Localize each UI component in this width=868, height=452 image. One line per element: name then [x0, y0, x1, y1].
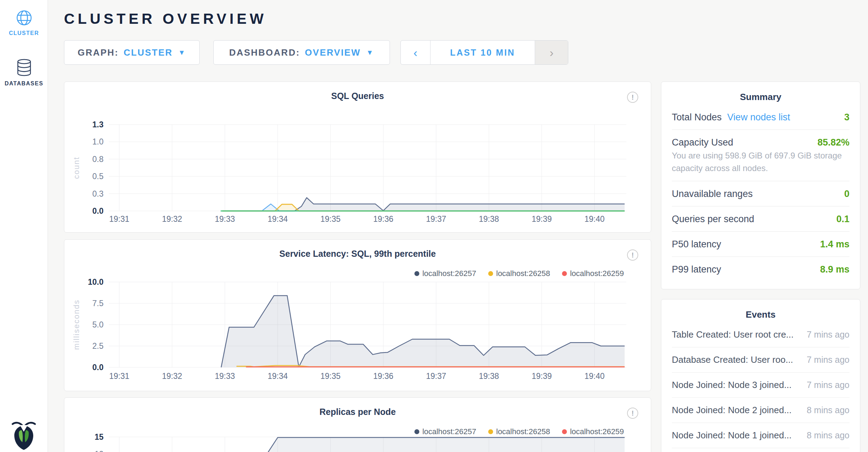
summary-row-label: P99 latency: [672, 264, 721, 275]
svg-text:19:35: 19:35: [320, 214, 341, 224]
capacity-subtext: You are using 598.9 GiB of 697.9 GiB sto…: [672, 149, 849, 181]
svg-text:15: 15: [94, 432, 104, 442]
legend-item[interactable]: localhost:26257: [414, 269, 476, 278]
legend-item[interactable]: localhost:26259: [562, 427, 624, 436]
svg-text:10.0: 10.0: [88, 277, 104, 287]
cluster-overview-page: { "sidebar": { "items": [ { "label": "CL…: [0, 0, 868, 452]
chart-legend: localhost:26257localhost:26258localhost:…: [414, 269, 624, 278]
time-range-selector: ‹ LAST 10 MIN ›: [400, 40, 568, 65]
event-row[interactable]: Database Created: User roo...7 mins ago: [672, 347, 849, 373]
info-icon[interactable]: !: [627, 408, 638, 419]
chevron-down-icon: ▼: [367, 49, 374, 57]
svg-text:19:40: 19:40: [584, 214, 605, 224]
legend-label: localhost:26257: [422, 269, 476, 278]
summary-row-value: 0.1: [836, 214, 849, 225]
event-row[interactable]: Node Joined: Node 2 joined...8 mins ago: [672, 398, 849, 423]
legend-item[interactable]: localhost:26257: [414, 427, 476, 436]
graph-dropdown[interactable]: GRAPH: CLUSTER ▼: [64, 40, 200, 65]
summary-row-label: Queries per second: [672, 214, 754, 225]
legend-dot-icon: [488, 429, 493, 434]
chart-title: Replicas per Node: [64, 407, 651, 417]
legend-label: localhost:26259: [570, 427, 624, 436]
svg-text:count: count: [72, 157, 81, 179]
page-title: CLUSTER OVERVIEW: [64, 10, 267, 27]
summary-row: Total NodesView nodes list3: [672, 105, 849, 130]
chart-title: Service Latency: SQL, 99th percentile: [64, 249, 651, 259]
event-text: Node Joined: Node 3 joined...: [672, 380, 792, 390]
svg-text:19:36: 19:36: [373, 214, 393, 224]
view-nodes-list-link[interactable]: View nodes list: [727, 112, 790, 123]
summary-rows: Total NodesView nodes list3Capacity Used…: [661, 103, 860, 282]
svg-text:19:39: 19:39: [532, 214, 552, 224]
service-latency-chart: 10.07.55.02.50.019:3119:3219:3319:3419:3…: [64, 240, 652, 391]
summary-row-value: 0: [844, 189, 849, 199]
svg-text:0.3: 0.3: [92, 189, 104, 198]
event-time: 8 mins ago: [807, 405, 849, 415]
legend-dot-icon: [488, 271, 493, 276]
time-range-label[interactable]: LAST 10 MIN: [431, 41, 535, 64]
events-title: Events: [661, 299, 860, 320]
chart-title: SQL Queries: [64, 91, 651, 101]
svg-text:0.5: 0.5: [92, 172, 104, 181]
svg-text:19:37: 19:37: [426, 214, 446, 224]
event-text: Table Created: User root cre...: [672, 329, 794, 340]
summary-row: Unavailable ranges0: [672, 181, 849, 206]
dashboard-dropdown[interactable]: DASHBOARD: OVERVIEW ▼: [213, 40, 390, 65]
summary-title: Summary: [661, 82, 860, 103]
svg-text:19:31: 19:31: [109, 372, 129, 381]
event-time: 7 mins ago: [807, 330, 849, 340]
svg-text:19:40: 19:40: [584, 372, 605, 381]
events-rows: Table Created: User root cre...7 mins ag…: [661, 320, 860, 448]
legend-label: localhost:26257: [422, 427, 476, 436]
summary-row-value: 85.82%: [817, 137, 849, 148]
svg-text:0.0: 0.0: [92, 206, 104, 216]
event-text: Node Joined: Node 1 joined...: [672, 430, 792, 441]
info-icon[interactable]: !: [627, 92, 638, 103]
sql-queries-chart-panel: 1.31.00.80.50.30.019:3119:3219:3319:3419…: [64, 82, 651, 233]
time-range-next-button[interactable]: ›: [535, 41, 568, 64]
sidebar-item-databases[interactable]: DATABASES: [0, 59, 48, 87]
event-text: Database Created: User roo...: [672, 354, 793, 365]
sidebar-item-cluster[interactable]: CLUSTER: [0, 9, 48, 36]
svg-text:19:36: 19:36: [373, 372, 393, 381]
chevron-down-icon: ▼: [178, 49, 186, 57]
legend-dot-icon: [414, 271, 419, 276]
event-row[interactable]: Node Joined: Node 1 joined...8 mins ago: [672, 423, 849, 448]
replicas-per-node-chart: 1512963019:3119:3219:3319:3419:3519:3619…: [64, 398, 652, 452]
svg-text:19:32: 19:32: [162, 372, 182, 381]
summary-row-label: Capacity Used: [672, 137, 733, 148]
legend-item[interactable]: localhost:26258: [488, 427, 550, 436]
summary-row-value: 8.9 ms: [820, 264, 849, 275]
svg-text:0.0: 0.0: [92, 363, 104, 372]
sidebar: CLUSTER DATABASES: [0, 0, 48, 452]
svg-text:0.8: 0.8: [92, 155, 104, 164]
svg-text:19:35: 19:35: [320, 372, 341, 381]
svg-text:19:38: 19:38: [479, 372, 499, 381]
svg-text:5.0: 5.0: [92, 320, 104, 329]
event-time: 7 mins ago: [807, 355, 849, 365]
svg-text:1.3: 1.3: [92, 120, 104, 129]
legend-item[interactable]: localhost:26258: [488, 269, 550, 278]
legend-item[interactable]: localhost:26259: [562, 269, 624, 278]
time-range-prev-button[interactable]: ‹: [401, 41, 431, 64]
svg-text:19:38: 19:38: [479, 214, 499, 224]
event-time: 7 mins ago: [807, 380, 849, 390]
events-panel: Events Table Created: User root cre...7 …: [661, 299, 860, 452]
svg-text:milliseconds: milliseconds: [72, 299, 81, 350]
summary-row-label: P50 latency: [672, 239, 721, 250]
event-row[interactable]: Table Created: User root cre...7 mins ag…: [672, 322, 849, 347]
globe-icon: [15, 9, 33, 27]
svg-text:19:33: 19:33: [215, 214, 235, 224]
summary-row-label: Unavailable ranges: [672, 189, 753, 199]
svg-text:19:32: 19:32: [162, 214, 182, 224]
event-row[interactable]: Node Joined: Node 3 joined...7 mins ago: [672, 373, 849, 398]
graph-dropdown-label: GRAPH:: [78, 47, 119, 58]
database-icon: [16, 59, 32, 76]
dashboard-dropdown-label: DASHBOARD:: [229, 47, 300, 58]
event-time: 8 mins ago: [807, 430, 849, 440]
summary-row-value: 1.4 ms: [820, 239, 849, 250]
info-icon[interactable]: !: [627, 249, 638, 261]
summary-panel: Summary Total NodesView nodes list3Capac…: [661, 82, 860, 289]
chart-legend: localhost:26257localhost:26258localhost:…: [414, 427, 624, 436]
summary-row: Capacity Used85.82%: [672, 130, 849, 149]
